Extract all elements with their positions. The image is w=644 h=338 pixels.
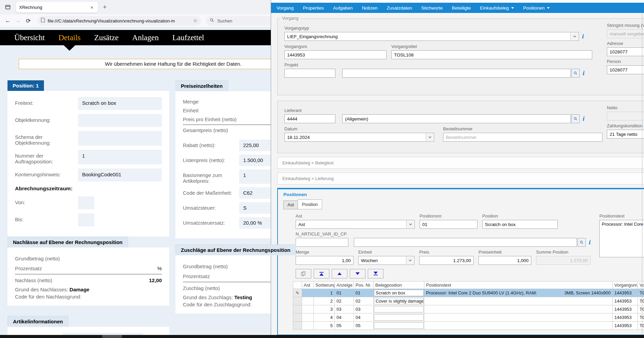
chevron-down-icon[interactable]	[426, 133, 434, 141]
table-row[interactable]: 4 04 04 1443953 TOSL10	[293, 313, 644, 322]
table-row[interactable]: 3 03 03 1443953 TOSL10	[293, 305, 644, 313]
chevron-down-icon[interactable]	[406, 257, 414, 264]
move-up-button[interactable]	[332, 269, 347, 278]
cell-posnr[interactable]: 05	[354, 322, 374, 330]
positionstext-textarea[interactable]: Processor: Intel Core	[599, 220, 644, 257]
search-lookup-button[interactable]	[571, 69, 580, 78]
menu-item-zusatzdaten[interactable]: Zusatzdaten	[387, 5, 412, 11]
col-header-anzeige[interactable]: Anzeige	[335, 281, 354, 289]
col-header-ast[interactable]: Ast	[302, 281, 314, 289]
stringint-input[interactable]: manuell vergeben	[607, 29, 644, 38]
info-icon[interactable]: i	[582, 32, 584, 41]
cell-posnr[interactable]: 02	[354, 297, 374, 305]
cell-vorgang[interactable]: TOSL10	[638, 297, 644, 305]
cell-ast[interactable]	[302, 313, 314, 322]
cell-vorgang[interactable]: TOSL10	[638, 322, 644, 330]
tab-close-icon[interactable]: ×	[89, 4, 95, 10]
cell-sortierung[interactable]: 2	[314, 297, 335, 305]
firefox-view-icon[interactable]	[3, 3, 12, 12]
preiseinheit-input[interactable]: 1,000	[478, 256, 531, 265]
chevron-down-icon[interactable]	[406, 221, 414, 228]
move-down-button[interactable]	[350, 269, 365, 278]
position-input[interactable]: Scratch on box	[482, 220, 558, 229]
menge-input[interactable]: 1,00	[296, 256, 354, 265]
cell-posnr[interactable]: 04	[354, 313, 374, 322]
chevron-down-icon[interactable]	[570, 33, 578, 40]
browser-tab[interactable]: XRechnung ×	[16, 2, 98, 13]
cell-belegposition[interactable]	[374, 313, 424, 322]
bestellnummer-input[interactable]: Bestellnummer	[443, 133, 602, 142]
cell-positionstext[interactable]: Processor: Intel Core 2 Duo SU9400 LV (1…	[424, 289, 613, 297]
lieferant-name-input[interactable]: (Allgemein)	[342, 114, 571, 123]
search-lookup-button[interactable]	[571, 114, 580, 123]
cell-sortierung[interactable]: 3	[314, 305, 335, 313]
projekt-nr-input[interactable]	[284, 69, 335, 78]
cell-belegposition[interactable]	[374, 322, 424, 330]
person-input[interactable]: 1028077	[607, 65, 644, 74]
col-header-sortierung[interactable]: Sortierung	[314, 281, 335, 289]
vorgangsnr-input[interactable]: 1443953	[284, 50, 387, 59]
search-lookup-button[interactable]	[578, 238, 586, 247]
preis-input[interactable]: 1.273,00	[419, 256, 474, 265]
einheit-select[interactable]: Wochen	[358, 256, 414, 265]
cell-belegposition[interactable]	[374, 305, 424, 313]
cell-vorgangsnr[interactable]: 1443953	[613, 322, 638, 330]
col-header-positionstext[interactable]: Positionstext	[424, 281, 613, 289]
cell-vorgangsnr[interactable]: 1443953	[613, 305, 638, 313]
new-tab-button[interactable]: +	[103, 3, 107, 11]
move-top-button[interactable]	[314, 269, 329, 278]
back-icon[interactable]: ←	[3, 16, 13, 26]
cell-sortierung[interactable]: 1	[314, 289, 335, 297]
forward-icon[interactable]: →	[13, 16, 23, 26]
zahlungskondition-input[interactable]: 21 Tage netto	[607, 130, 644, 139]
cell-vorgangsnr[interactable]: 1443953	[613, 289, 638, 297]
menu-item-positionen[interactable]: Positionen	[523, 5, 550, 11]
cell-belegposition[interactable]: Scratch on box	[374, 289, 424, 297]
info-icon[interactable]: i	[589, 238, 591, 247]
cell-ast[interactable]	[302, 322, 314, 330]
vorgangstitel-input[interactable]: TOSL108	[391, 50, 592, 59]
col-header-vorgang[interactable]: Vorgang	[638, 281, 644, 289]
col-header-posnr[interactable]: Pos. Nr.	[354, 281, 374, 289]
menu-item-stichworte[interactable]: Stichworte	[421, 5, 443, 11]
projekt-name-input[interactable]	[342, 69, 571, 78]
section-belegtext[interactable]: Einkaufsbeleg > Belegtext	[277, 157, 644, 169]
n-article-nr-input[interactable]	[296, 238, 348, 247]
nav-tab-laufzettel[interactable]: Laufzettel	[172, 30, 204, 45]
cell-anzeige[interactable]: 02	[335, 297, 354, 305]
nav-tab-details[interactable]: Details	[58, 30, 80, 45]
menu-item-einkaufsbeleg[interactable]: Einkaufsbeleg	[480, 5, 514, 11]
menu-item-beteiligte[interactable]: Beteiligte	[452, 5, 471, 11]
table-row[interactable]: 5 05 05 1443953 TOSL10	[293, 322, 644, 330]
nav-tab-zusaetze[interactable]: Zusätze	[94, 30, 119, 45]
menu-item-vorgang[interactable]: Vorgang	[277, 5, 294, 11]
positionsnr-input[interactable]: 01	[420, 220, 477, 229]
cell-posnr[interactable]: 03	[354, 305, 374, 313]
n-article-name-input[interactable]	[354, 238, 577, 247]
cell-ast[interactable]	[302, 305, 314, 313]
cell-posnr[interactable]: 01	[354, 289, 374, 297]
menu-item-notizen[interactable]: Notizen	[362, 5, 378, 11]
cell-ast[interactable]	[302, 289, 314, 297]
section-lieferung[interactable]: Einkaufsbeleg > Lieferung	[277, 173, 644, 184]
nav-tab-anlagen[interactable]: Anlagen	[132, 30, 159, 45]
datum-select[interactable]: 18.11.2024	[284, 133, 434, 142]
cell-sortierung[interactable]: 4	[314, 313, 335, 322]
cell-ast[interactable]	[302, 297, 314, 305]
nav-tab-uebersicht[interactable]: Übersicht	[14, 30, 45, 45]
cell-positionstext[interactable]	[424, 322, 613, 330]
cell-positionstext[interactable]	[424, 305, 613, 313]
cell-anzeige[interactable]: 05	[335, 322, 354, 330]
ast-select[interactable]: Ast	[296, 220, 415, 229]
menu-item-aufgaben[interactable]: Aufgaben	[333, 5, 353, 11]
reload-icon[interactable]: ⟳	[23, 16, 33, 26]
vorgangstyp-select[interactable]: LIEF_Eingangsrechnung	[284, 32, 579, 41]
table-row-selected[interactable]: ✎ 1 01 01 Scratch on box Processor: Inte…	[293, 289, 644, 297]
cell-vorgang[interactable]: TOSL10	[638, 313, 644, 322]
adresse-input[interactable]: 1028077	[607, 47, 644, 56]
tab-ast[interactable]: Ast	[283, 200, 298, 209]
move-bottom-button[interactable]	[368, 269, 383, 278]
url-bar[interactable]: file:///C:/data/xRechnung/Visualization/…	[37, 16, 201, 26]
cell-belegposition[interactable]: Cover is slightly damaged.	[374, 297, 424, 305]
cell-anzeige[interactable]: 04	[335, 313, 354, 322]
